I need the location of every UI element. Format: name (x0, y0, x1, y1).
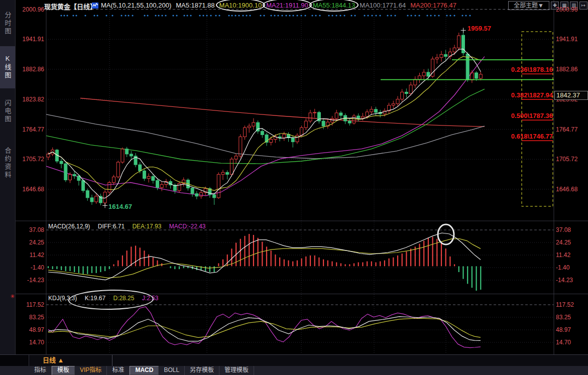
indicator-tab[interactable]: 另存模板 (185, 366, 219, 375)
low-price-label: 1614.67 (108, 203, 132, 210)
kdj-axis-label-left: 83.25 (15, 314, 44, 321)
main-axis-label-left: 1646.68 (15, 186, 44, 193)
chart-canvas[interactable] (0, 0, 588, 375)
sidebar: 分时图K线图闪电图合约资料 (0, 0, 16, 375)
main-axis-label-left: 2000.96 (15, 6, 44, 13)
ma5-line (48, 49, 481, 198)
main-axis-label-left: 1882.86 (15, 66, 44, 73)
fib-level-label: 0.236\1878.16 (473, 66, 553, 73)
xaxis-bar: 日线 ▲ (0, 354, 588, 366)
macd-axis-label-left: 11.42 (15, 252, 44, 259)
macd-value: MACD:-22.43 (169, 223, 206, 230)
main-axis-label-right: 1705.72 (556, 156, 577, 163)
xaxis-corner (0, 355, 29, 366)
kdj-axis-label-right: 14.70 (556, 339, 571, 346)
kdj-axis-label-left: 117.52 (15, 301, 44, 308)
sidebar-tab-item[interactable]: 合约资料 (0, 135, 15, 192)
candlestick-chart-icon (92, 2, 99, 9)
main-axis-label-right: 1646.68 (556, 186, 577, 193)
candlesticks (47, 30, 482, 205)
main-axis-label-right: 1764.77 (556, 126, 577, 133)
sidebar-tab-item[interactable]: 闪电图 (0, 90, 15, 133)
indicator-tab[interactable]: VIP指标 (75, 366, 107, 375)
kdj-axis-label-right: 117.52 (556, 301, 574, 308)
kdj-k-value: K:19.67 (85, 295, 105, 302)
indicator-tab[interactable]: MACD (130, 366, 159, 375)
main-axis-label-right: 1941.91 (556, 36, 577, 43)
ma-header-value: MA21:1911.90 (266, 2, 308, 9)
ma-header-value: MA10:1900.10 (219, 2, 262, 9)
macd-dea-value: DEA:17.93 (132, 223, 161, 230)
macd-title: MACD(26,12,9) (48, 223, 90, 230)
ma-header-value: MA5:1871.88 (176, 2, 214, 9)
high-price-label: 1959.57 (467, 25, 491, 32)
macd-axis-label-right: -14.23 (556, 277, 573, 284)
header-bar: 现货黄金【日线】 MA(5,10,21,55,100,200)MA5:1871.… (0, 0, 588, 11)
kdj-axis-label-left: 14.70 (15, 339, 44, 346)
kdj-j-value: J:2.53 (142, 295, 159, 302)
symbol-title: 现货黄金【日线】 (44, 2, 96, 11)
sidebar-tab-active[interactable]: K线图 (0, 46, 15, 88)
fib-level-label: 0.382\1827.94 (473, 91, 553, 99)
fib-level-label: 0.500\1787.36 (473, 112, 553, 119)
event-dots (60, 15, 471, 16)
macd-axis-label-right: 11.42 (556, 252, 570, 259)
indicator-tab[interactable]: 指标 (29, 366, 52, 375)
indicator-settings-icon[interactable]: ✳ (10, 293, 15, 300)
fib-level-label: 0.618\1746.77 (473, 133, 553, 140)
period-selector[interactable]: 日线 ▲ (29, 355, 112, 366)
main-axis-label-left: 1941.91 (15, 36, 44, 43)
main-axis-label-left: 1823.82 (15, 96, 44, 103)
app-root: 分时图K线图闪电图合约资料 现货黄金【日线】 MA(5,10,21,55,100… (0, 0, 588, 375)
macd-diff-value: DIFF:6.71 (98, 223, 125, 230)
ma21-line (46, 57, 485, 196)
macd-axis-label-right: 24.25 (556, 239, 571, 246)
indicator-tab[interactable]: 标准 (107, 366, 130, 375)
kdj-title: KDJ(9,3,3) (48, 295, 77, 302)
ma-header-value: MA200:1776.47 (410, 2, 456, 9)
kdj-axis-label-right: 48.97 (556, 326, 571, 333)
theme-dropdown-button[interactable]: 全部主题▼ (508, 1, 549, 10)
kdj-d-value: D:28.25 (113, 295, 134, 302)
kdj-axis-label-right: 83.25 (556, 314, 571, 321)
macd-axis-label-left: 24.25 (15, 239, 44, 246)
indicator-tab[interactable]: 管理模板 (219, 366, 254, 375)
bottom-tabbar: 指标模板VIP指标标准MACDBOLL另存模板管理模板 (0, 366, 588, 375)
kdj-axis-label-left: 48.97 (15, 326, 44, 333)
macd-axis-label-left: -1.40 (15, 264, 44, 271)
macd-axis-label-right: 37.08 (556, 226, 571, 233)
ma-values: MA(5,10,21,55,100,200)MA5:1871.88MA10:19… (101, 2, 461, 9)
main-axis-label-left: 1764.77 (15, 126, 44, 133)
macd-axis-label-left: -14.23 (15, 277, 44, 284)
main-axis-label-right: 1882.86 (556, 66, 577, 73)
main-axis-label-right: 2000.96 (556, 6, 577, 13)
kdj-j-line (48, 307, 481, 348)
macd-axis-label-left: 37.08 (15, 226, 44, 233)
ma-header-value: MA(5,10,21,55,100,200) (101, 2, 171, 9)
symbol-name: 现货黄金 (44, 3, 70, 11)
kdj-k-line (48, 317, 481, 341)
macd-axis-label-right: -1.40 (556, 264, 569, 271)
kdj-panel-header: KDJ(9,3,3) K:19.67 D:28.25 J:2.53 (48, 295, 165, 302)
indicator-tab[interactable]: 模板 (52, 366, 75, 375)
ma200-line (80, 98, 485, 127)
current-price-tag: 1842.37 (554, 91, 588, 100)
main-axis-label-left: 1705.72 (15, 156, 44, 163)
ma-header-value: MA55:1844.13 (313, 2, 356, 9)
indicator-tab[interactable]: BOLL (159, 366, 185, 375)
ma10-line (48, 57, 481, 191)
pop-out-icon[interactable]: ↦ (579, 2, 587, 10)
macd-panel-header: MACD(26,12,9) DIFF:6.71 DEA:17.93 MACD:-… (48, 223, 212, 230)
ma-header-value: MA100:1771.64 (360, 2, 406, 9)
